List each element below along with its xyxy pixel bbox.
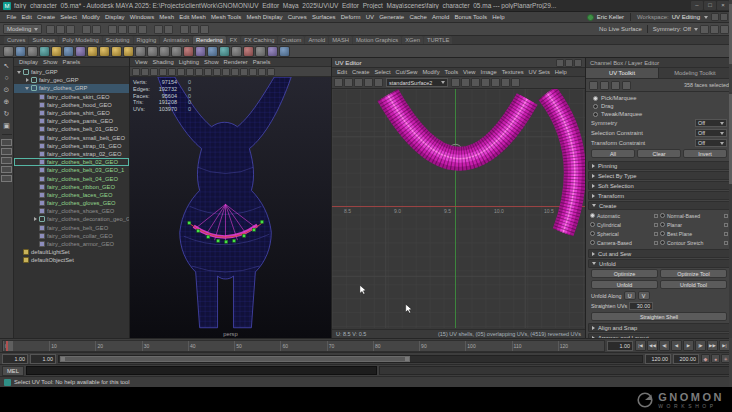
screen-space-ao-icon[interactable] xyxy=(231,68,239,76)
mesh-light-icon[interactable] xyxy=(111,46,122,57)
outliner-item[interactable]: fairy_clothes_hood_GEO xyxy=(14,101,129,109)
projection-option[interactable]: Planar xyxy=(660,220,728,229)
outliner-item[interactable]: fairy_clothes_belt_04_GEO xyxy=(14,174,129,182)
shadows-icon[interactable] xyxy=(222,68,230,76)
outliner-item[interactable]: fairy_clothes_laces_GEO xyxy=(14,191,129,199)
range-end-handle[interactable] xyxy=(405,357,409,361)
shelf-tab[interactable]: Motion Graphics xyxy=(353,36,401,44)
layout-persp-outliner[interactable] xyxy=(1,175,12,182)
menubar-item[interactable]: Deform xyxy=(338,14,363,20)
unfold-tool-button[interactable]: Unfold Tool xyxy=(660,280,727,289)
menubar-item[interactable]: File xyxy=(4,14,19,20)
hypershade-icon[interactable] xyxy=(39,46,50,57)
radio-icon[interactable] xyxy=(590,213,595,218)
outliner-item[interactable]: fairy_clothes_gloves_GEO xyxy=(14,199,129,207)
menubar-item[interactable]: Curves xyxy=(285,14,309,20)
unfold-along-u-button[interactable]: U xyxy=(624,291,636,300)
section-arrange-and-layout[interactable]: Arrange and Layout xyxy=(588,333,730,338)
menubar-item[interactable]: Windows xyxy=(127,14,157,20)
unfold-button[interactable]: Unfold xyxy=(591,280,658,289)
outliner-item[interactable]: fairy_clothes_shirt_GEO xyxy=(14,109,129,117)
skydome-light-icon[interactable] xyxy=(99,46,110,57)
uv-select-mode-icon[interactable] xyxy=(589,81,598,90)
option-box-icon[interactable] xyxy=(654,241,658,245)
face-select-mode-icon[interactable] xyxy=(611,81,620,90)
render-frame-icon[interactable] xyxy=(180,25,189,34)
step-forward-key-button[interactable]: ▶▶ xyxy=(707,340,718,351)
checker-map-icon[interactable] xyxy=(481,78,490,87)
selection-button[interactable]: Clear xyxy=(637,149,681,158)
undo-icon[interactable] xyxy=(82,25,91,34)
wireframe-mode-icon[interactable] xyxy=(186,68,194,76)
transform-constraint-dropdown[interactable]: Off xyxy=(695,139,727,147)
toggle-tool-settings-icon[interactable] xyxy=(710,25,719,34)
option-box-icon[interactable] xyxy=(654,232,658,236)
menubar-item[interactable]: Mesh Tools xyxy=(208,14,243,20)
make-live-icon[interactable] xyxy=(154,25,163,34)
outliner-item[interactable]: fairy_clothes_small_belt_GEO xyxy=(14,134,129,142)
menubar-item[interactable]: Modify xyxy=(79,14,102,20)
close-button[interactable]: × xyxy=(717,1,729,10)
outliner-item[interactable]: fairy_clothes_belt_GEO xyxy=(14,224,129,232)
select-mode-option[interactable]: Drag xyxy=(588,102,730,110)
uv-menu-item[interactable]: Help xyxy=(553,69,569,75)
symmetry-indicator[interactable]: Symmetry: Off xyxy=(653,26,691,32)
shade-uvs-icon[interactable] xyxy=(491,78,500,87)
env-ball-icon[interactable] xyxy=(219,46,230,57)
uv-menu-item[interactable]: Tools xyxy=(443,69,461,75)
shelf-tab[interactable]: MASH xyxy=(329,36,352,44)
area-light-icon[interactable] xyxy=(87,46,98,57)
projection-option[interactable]: Contour Stretch xyxy=(660,238,728,247)
isolate-select-icon[interactable] xyxy=(511,78,520,87)
lasso-tool-icon[interactable]: ○ xyxy=(1,72,13,83)
viewport-menu-item[interactable]: Lighting xyxy=(177,59,201,65)
uv-grab-icon[interactable] xyxy=(334,78,343,87)
uv-menu-item[interactable]: Modify xyxy=(420,69,441,75)
open-scene-icon[interactable] xyxy=(56,25,65,34)
shelf-tab[interactable]: XGen xyxy=(402,36,423,44)
ipr-render-icon[interactable] xyxy=(190,25,199,34)
shelf-tab[interactable]: Animation xyxy=(160,36,192,44)
outliner-item[interactable]: fairy_GRP xyxy=(14,68,129,76)
user-name[interactable]: Eric Keller xyxy=(597,14,624,20)
section-transform[interactable]: Transform xyxy=(588,191,730,200)
layout-two-side[interactable] xyxy=(1,157,12,164)
render-settings-icon[interactable] xyxy=(27,46,38,57)
uv-menu-item[interactable]: Textures xyxy=(500,69,526,75)
uv-menu-item[interactable]: Cut/Sew xyxy=(394,69,420,75)
shelf-tab[interactable]: Surfaces xyxy=(29,36,58,44)
radio-icon[interactable] xyxy=(660,240,665,245)
outliner-item[interactable]: fairy_clothes_belt_03_GEO_1 xyxy=(14,166,129,174)
toggle-attribute-editor-icon[interactable] xyxy=(700,25,709,34)
playback-start-field[interactable]: 1.00 xyxy=(30,354,56,364)
uv-canvas[interactable]: 8.59.09.510.010.5 xyxy=(332,89,585,329)
outliner-item[interactable]: fairy_clothes_ribbon_GEO xyxy=(14,183,129,191)
live-surface-indicator[interactable]: No Live Surface xyxy=(599,26,642,32)
layout-four-pane[interactable] xyxy=(1,148,12,155)
shelf-tab[interactable]: Rigging xyxy=(134,36,160,44)
toolkit-tab[interactable]: Modeling Toolkit xyxy=(659,68,732,78)
radio-icon[interactable] xyxy=(590,231,595,236)
outliner-menu-item[interactable]: Display xyxy=(17,59,40,65)
straighten-angle-field[interactable]: 30.00 xyxy=(629,302,653,310)
play-forwards-button[interactable]: ▶ xyxy=(683,340,694,351)
shaded-mode-icon[interactable] xyxy=(195,68,203,76)
construction-history-icon[interactable] xyxy=(164,25,173,34)
command-input[interactable] xyxy=(26,366,377,375)
playback-end-field[interactable]: 120.00 xyxy=(645,354,671,364)
pixel-snap-icon[interactable] xyxy=(461,78,470,87)
outliner-item[interactable]: fairy_clothes_strap_01_GEO xyxy=(14,142,129,150)
ambient-light-icon[interactable] xyxy=(171,46,182,57)
section-cut-and-sew[interactable]: Cut and Sew xyxy=(588,249,730,258)
bookmarks-icon[interactable] xyxy=(159,68,167,76)
go-to-start-button[interactable]: |◀ xyxy=(635,340,646,351)
projection-option[interactable]: Spherical xyxy=(590,229,658,238)
paint-select-tool-icon[interactable]: ⊙ xyxy=(1,84,13,95)
menubar-item[interactable]: UV xyxy=(363,14,377,20)
current-frame-indicator[interactable] xyxy=(6,341,13,351)
select-mode-option[interactable]: Tweak/Marquee xyxy=(588,110,730,118)
menubar-item[interactable]: Arnold xyxy=(429,14,452,20)
section-select-by-type[interactable]: Select By Type xyxy=(588,171,730,180)
shelf-tab[interactable]: Poly Modeling xyxy=(59,36,101,44)
anti-aliasing-icon[interactable] xyxy=(240,68,248,76)
